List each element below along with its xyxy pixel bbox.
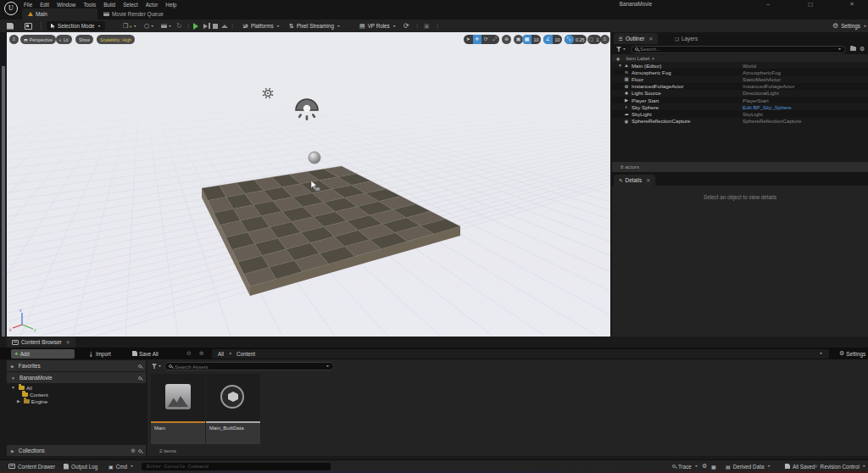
selection-mode-dropdown[interactable]: Selection Mode▼ bbox=[47, 21, 105, 31]
menu-edit[interactable]: Edit bbox=[40, 2, 49, 8]
transform-tools[interactable]: ➤ ✛ ⟳ ⤢ bbox=[464, 35, 499, 44]
settings-dropdown[interactable]: ⚙Settings▼ bbox=[828, 21, 868, 31]
toolbar-overflow-dots[interactable]: ⋮ bbox=[186, 22, 188, 30]
asset-search-input[interactable]: Search Assets ▼ bbox=[164, 362, 334, 370]
favorites-section[interactable]: ▶Favorites bbox=[7, 360, 146, 371]
show-dropdown[interactable]: Show bbox=[75, 35, 93, 44]
lit-dropdown[interactable]: ◐Lit bbox=[56, 35, 72, 44]
outliner-row[interactable]: ≋Atmospheric FogAtmosphericFog bbox=[612, 69, 868, 75]
viewport-maximize-icon[interactable]: ≡ bbox=[600, 35, 609, 44]
content-browser-settings[interactable]: ⚙Settings bbox=[836, 349, 868, 359]
menu-actor[interactable]: Actor bbox=[146, 2, 159, 8]
actor-label[interactable]: InstancedFoliageActor bbox=[632, 83, 684, 89]
expand-caret-icon[interactable]: ▼ bbox=[618, 63, 622, 68]
actor-label[interactable]: SphereReflectionCapture bbox=[632, 118, 690, 124]
outliner-settings-icon[interactable]: ⚙ bbox=[860, 46, 865, 53]
revision-control-dropdown[interactable]: ⑂Revision Control▼ bbox=[815, 460, 866, 472]
sync-options-dots[interactable]: ⋮ bbox=[415, 22, 417, 30]
move-tool-icon[interactable]: ✛ bbox=[473, 35, 482, 44]
menu-select[interactable]: Select bbox=[123, 2, 138, 8]
quick-settings-icon[interactable]: ↻ bbox=[176, 22, 182, 30]
all-saved-button[interactable]: All Saved bbox=[785, 460, 815, 472]
forward-icon[interactable]: ⊕ bbox=[196, 349, 208, 359]
tab-details[interactable]: ✎Details✕ bbox=[614, 175, 655, 186]
maximize-button[interactable]: ▢ bbox=[802, 0, 819, 8]
outliner-row[interactable]: ✿InstancedFoliageActorInstancedFoliageAc… bbox=[612, 83, 868, 90]
actor-label[interactable]: Player Start bbox=[632, 97, 659, 103]
actor-label[interactable]: Floor bbox=[632, 76, 643, 82]
outliner-column-header[interactable]: ◉ Item Label ▲ Type bbox=[612, 54, 868, 62]
menu-help[interactable]: Help bbox=[165, 2, 176, 8]
actor-label[interactable]: Main (Editor) bbox=[632, 63, 661, 69]
menu-build[interactable]: Build bbox=[103, 2, 115, 8]
outliner-row[interactable]: ✹Light SourceDirectionalLight bbox=[612, 90, 868, 97]
capture-options-dots[interactable]: ⋮ bbox=[435, 22, 437, 30]
derived-data-dropdown[interactable]: ▤Derived Data▼ bbox=[726, 460, 771, 472]
breadcrumb[interactable]: All ▼ Content ▼ bbox=[212, 349, 829, 359]
breadcrumb-all[interactable]: All bbox=[218, 351, 224, 357]
stop-button[interactable] bbox=[213, 22, 218, 30]
dock-handle[interactable] bbox=[2, 66, 5, 367]
breadcrumb-content[interactable]: Content bbox=[236, 351, 255, 357]
rotation-snap-control[interactable]: ∠10 bbox=[543, 35, 562, 44]
search-icon[interactable] bbox=[138, 376, 142, 380]
asset-tile-main-builtdata[interactable]: Main_BuiltData bbox=[206, 374, 260, 444]
edit-blueprint-link[interactable]: Edit BP_Sky_Sphere bbox=[743, 104, 792, 110]
import-button[interactable]: ⭳Import bbox=[85, 349, 114, 359]
output-log-button[interactable]: Output Log bbox=[64, 460, 97, 472]
close-button[interactable]: ✕ bbox=[843, 0, 860, 8]
tree-item-content[interactable]: Content bbox=[22, 391, 48, 398]
cinematics-dropdown[interactable]: ▼ bbox=[161, 22, 172, 30]
vp-roles-dropdown[interactable]: ▤VP Roles▼ bbox=[355, 21, 401, 31]
content-drawer-button[interactable]: Content Drawer bbox=[8, 460, 55, 472]
trace-dropdown[interactable]: Trace▼ bbox=[672, 460, 698, 472]
tree-item-engine[interactable]: ▶Engine bbox=[17, 398, 47, 404]
search-icon[interactable] bbox=[138, 449, 142, 453]
add-collection-icon[interactable]: ⊕ bbox=[131, 448, 136, 454]
outliner-folder-icon[interactable] bbox=[850, 47, 856, 51]
actor-label[interactable]: Atmospheric Fog bbox=[632, 70, 671, 75]
project-section[interactable]: ▼BananaMovie bbox=[7, 372, 146, 383]
select-tool-icon[interactable]: ➤ bbox=[464, 35, 473, 44]
world-local-toggle[interactable]: ⊕ bbox=[502, 35, 511, 44]
pixel-streaming-dropdown[interactable]: ⇅Pixel Streaming▼ bbox=[285, 21, 345, 31]
rotate-tool-icon[interactable]: ⟳ bbox=[481, 35, 491, 44]
asset-filter-icon[interactable]: ▼ bbox=[152, 364, 162, 369]
tab-layers[interactable]: ❏Layers bbox=[670, 33, 703, 44]
camera-speed-control[interactable]: ▢1 bbox=[587, 35, 601, 44]
add-button[interactable]: +Add bbox=[11, 349, 75, 359]
screenshot-icon[interactable]: ▦ bbox=[711, 460, 716, 472]
outliner-search-input[interactable]: Search... ▼ bbox=[631, 46, 846, 53]
tab-main-level[interactable]: Main bbox=[22, 8, 97, 19]
platforms-dropdown[interactable]: 🖳Platforms▼ bbox=[238, 21, 285, 31]
close-icon[interactable]: ✕ bbox=[66, 339, 70, 345]
blueprints-dropdown[interactable]: ⬡▼ bbox=[144, 22, 154, 30]
scalability-badge[interactable]: Scalability: High bbox=[97, 35, 135, 44]
sync-icon[interactable]: ⟳ bbox=[403, 22, 409, 30]
scale-tool-icon[interactable]: ⤢ bbox=[491, 35, 500, 44]
tab-outliner[interactable]: ☰Outliner✕ bbox=[614, 33, 658, 44]
editor-mode-icon[interactable] bbox=[25, 22, 32, 30]
scale-snap-control[interactable]: ⤡0.25 bbox=[565, 35, 587, 44]
actor-label[interactable]: Sky Sphere bbox=[632, 104, 659, 110]
tree-item-all[interactable]: ▼All bbox=[11, 384, 32, 391]
outliner-filter-icon[interactable]: ▼ bbox=[616, 47, 626, 52]
console-input[interactable]: Enter Console Command bbox=[142, 463, 331, 470]
add-actor-dropdown[interactable]: ❒+▼ bbox=[123, 22, 137, 30]
menu-tools[interactable]: Tools bbox=[83, 2, 96, 8]
save-all-button[interactable]: Save All bbox=[129, 349, 162, 359]
save-icon[interactable] bbox=[7, 22, 14, 30]
outliner-row[interactable]: ▦FloorStaticMeshActor bbox=[612, 75, 868, 82]
asset-tile-main[interactable]: Main bbox=[151, 374, 205, 444]
outliner-row[interactable]: ◉SphereReflectionCaptureSphereReflection… bbox=[612, 118, 868, 125]
tab-movie-render-queue[interactable]: Movie Render Queue bbox=[97, 8, 170, 19]
collections-section[interactable]: ▶Collections ⊕ bbox=[7, 445, 146, 456]
actor-label[interactable]: Light Source bbox=[632, 90, 661, 96]
close-icon[interactable]: ✕ bbox=[648, 36, 653, 42]
cmd-dropdown[interactable]: ▣Cmd▼ bbox=[108, 460, 134, 472]
play-button[interactable] bbox=[193, 22, 198, 30]
grid-snap-control[interactable]: ▦10 bbox=[522, 35, 541, 44]
outliner-row[interactable]: ◐Sky SphereEdit BP_Sky_Sphere bbox=[612, 103, 868, 110]
outliner-row[interactable]: ▶Player StartPlayerStart bbox=[612, 97, 868, 103]
level-viewport[interactable]: zyx ≡ ⬒Perspective ◐Lit Show Scalability… bbox=[7, 32, 610, 337]
